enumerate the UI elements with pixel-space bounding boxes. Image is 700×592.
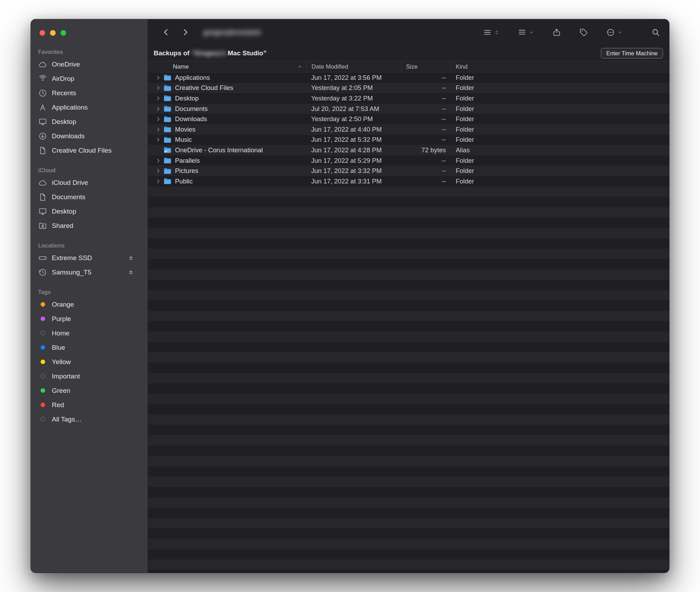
- tag-color-dot: [41, 345, 45, 350]
- eject-icon[interactable]: [127, 269, 134, 276]
- sidebar-section-title: Tags: [31, 289, 148, 296]
- file-name-cell: Applications: [148, 73, 307, 82]
- sidebar-item-tag[interactable]: Purple: [31, 312, 148, 326]
- file-name-cell: Documents: [148, 104, 307, 113]
- sidebar-item[interactable]: OneDrive: [31, 57, 148, 71]
- group-by-button[interactable]: [518, 28, 534, 37]
- sidebar-section-favorites: Favorites OneDrive AirDrop: [31, 49, 148, 158]
- sidebar-item[interactable]: Shared: [31, 218, 148, 233]
- table-row[interactable]: Creative Cloud Files Yesterday at 2:05 P…: [148, 83, 669, 93]
- disclosure-chevron-icon[interactable]: [155, 75, 161, 81]
- sidebar-item-tag[interactable]: Home: [31, 326, 148, 340]
- sidebar-item[interactable]: Creative Cloud Files: [31, 143, 148, 158]
- sidebar-section-tags: Tags Orange: [31, 289, 148, 426]
- back-button[interactable]: [162, 28, 170, 36]
- sidebar-item-tag[interactable]: Green: [31, 383, 148, 398]
- backups-title-suffix: Mac Studio”: [226, 49, 266, 57]
- disclosure-chevron-icon[interactable]: [155, 126, 161, 133]
- close-button[interactable]: [40, 30, 45, 36]
- folder-icon: [163, 115, 172, 124]
- eject-icon[interactable]: [127, 255, 134, 262]
- table-row[interactable]: Downloads Yesterday at 2:50 PM -- Folder: [148, 114, 669, 124]
- sidebar-item[interactable]: Desktop: [31, 114, 148, 129]
- sidebar-item[interactable]: Applications: [31, 100, 148, 114]
- date-modified: Jun 17, 2022 at 5:32 PM: [307, 136, 401, 144]
- table-row[interactable]: Movies Jun 17, 2022 at 4:40 PM -- Folder: [148, 124, 669, 135]
- date-modified: Yesterday at 3:22 PM: [307, 95, 401, 102]
- sidebar-item-tag[interactable]: Red: [31, 398, 148, 412]
- sidebar-item-tag[interactable]: Orange: [31, 297, 148, 312]
- table-row[interactable]: Parallels Jun 17, 2022 at 5:29 PM -- Fol…: [148, 155, 669, 166]
- sidebar-item[interactable]: iCloud Drive: [31, 175, 148, 190]
- sidebar-item[interactable]: Recents: [31, 86, 148, 100]
- date-modified: Jun 17, 2022 at 3:32 PM: [307, 167, 401, 175]
- table-row[interactable]: OneDrive - Corus International Jun 17, 2…: [148, 145, 669, 155]
- disclosure-chevron-icon[interactable]: [155, 158, 161, 164]
- enter-time-machine-button[interactable]: Enter Time Machine: [601, 48, 663, 58]
- sidebar-item[interactable]: Desktop: [31, 204, 148, 218]
- file-name: Applications: [175, 74, 210, 82]
- sidebar-item-label: Downloads: [52, 132, 85, 140]
- table-row[interactable]: Applications Jun 17, 2022 at 3:56 PM -- …: [148, 72, 669, 83]
- group-by-icon: [518, 28, 526, 37]
- sidebar-item-tag[interactable]: Yellow: [31, 355, 148, 369]
- sidebar-item-label: Documents: [52, 193, 85, 201]
- file-size: 72 bytes: [401, 146, 451, 154]
- search-button[interactable]: [651, 28, 660, 37]
- sidebar-item[interactable]: Extreme SSD: [31, 251, 148, 265]
- sidebar-item-tag[interactable]: Blue: [31, 340, 148, 355]
- desktop-background: Favorites OneDrive AirDrop: [0, 0, 700, 592]
- sidebar-item[interactable]: Downloads: [31, 129, 148, 143]
- disclosure-chevron-icon[interactable]: [155, 137, 161, 143]
- chevron-down-icon: [617, 30, 623, 35]
- date-modified: Jun 17, 2022 at 3:31 PM: [307, 177, 401, 185]
- monitor-icon: [38, 117, 47, 126]
- disclosure-chevron-icon[interactable]: [155, 116, 161, 122]
- sidebar-item-tag[interactable]: All Tags…: [31, 412, 148, 426]
- disclosure-chevron-icon[interactable]: [155, 168, 161, 174]
- sidebar-item[interactable]: Samsung_T5: [31, 265, 148, 279]
- tag-button[interactable]: [579, 28, 588, 37]
- sidebar-item-label: Desktop: [52, 208, 76, 215]
- alias-folder-icon: [163, 146, 172, 154]
- sidebar-item-label: Red: [52, 401, 64, 409]
- forward-button[interactable]: [181, 28, 189, 36]
- file-size: --: [401, 136, 451, 144]
- zoom-button[interactable]: [61, 30, 66, 36]
- disclosure-chevron-icon[interactable]: [155, 85, 161, 91]
- file-kind: Folder: [451, 136, 669, 144]
- column-header-name[interactable]: Name: [148, 61, 307, 72]
- column-header-kind[interactable]: Kind: [451, 61, 669, 72]
- table-header: Name Date Modified Size Kind: [148, 61, 669, 72]
- disclosure-chevron-icon[interactable]: [155, 178, 161, 184]
- date-modified: Jun 17, 2022 at 3:56 PM: [307, 74, 401, 82]
- table-row[interactable]: Public Jun 17, 2022 at 3:31 PM -- Folder: [148, 176, 669, 187]
- tag-dot-icon: [38, 329, 47, 338]
- view-selector-button[interactable]: [483, 28, 499, 37]
- column-header-date-modified[interactable]: Date Modified: [307, 61, 401, 72]
- file-kind: Alias: [451, 146, 669, 154]
- disclosure-chevron-icon[interactable]: [155, 95, 161, 102]
- file-size: --: [401, 177, 451, 185]
- share-button[interactable]: [552, 28, 561, 37]
- clock-icon: [38, 89, 47, 98]
- table-row[interactable]: Pictures Jun 17, 2022 at 3:32 PM -- Fold…: [148, 166, 669, 176]
- disclosure-chevron-icon[interactable]: [155, 106, 161, 112]
- file-name-cell: Parallels: [148, 156, 307, 165]
- folder-icon: [163, 84, 172, 92]
- tag-color-dot: [41, 316, 45, 321]
- table-row[interactable]: Documents Jul 20, 2022 at 7:53 AM -- Fol…: [148, 104, 669, 114]
- tag-icon: [579, 28, 588, 37]
- sidebar: Favorites OneDrive AirDrop: [31, 19, 148, 573]
- sidebar-item[interactable]: AirDrop: [31, 71, 148, 86]
- sidebar-item[interactable]: Documents: [31, 190, 148, 204]
- table-row[interactable]: Desktop Yesterday at 3:22 PM -- Folder: [148, 93, 669, 104]
- table-row[interactable]: Music Jun 17, 2022 at 5:32 PM -- Folder: [148, 135, 669, 145]
- sidebar-item-tag[interactable]: Important: [31, 369, 148, 383]
- file-name: Public: [175, 177, 192, 185]
- column-header-size[interactable]: Size: [401, 61, 451, 72]
- share-icon: [552, 28, 561, 37]
- minimize-button[interactable]: [50, 30, 56, 36]
- more-actions-button[interactable]: [606, 28, 623, 37]
- sidebar-item-label: Samsung_T5: [52, 269, 91, 276]
